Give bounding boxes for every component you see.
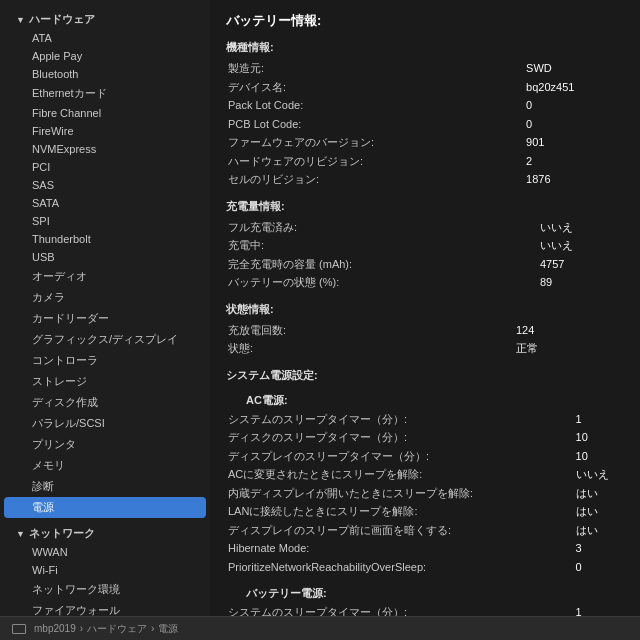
hardware-label: ハードウェア [29,12,95,27]
label: バッテリーの状態 (%): [226,273,538,292]
label: PrioritizeNetworkReachabilityOverSleep: [226,558,574,577]
ac-settings-table: システムのスリープタイマー（分）: 1 ディスクのスリープタイマー（分）: 10… [226,410,624,577]
sidebar-item-power[interactable]: 電源 [4,497,206,518]
label: PCB Lot Code: [226,115,524,134]
sidebar-item-firewire[interactable]: FireWire [0,122,210,140]
table-row: LANに接続したときにスリープを解除: はい [226,502,624,521]
hardware-chevron: ▼ [16,15,25,25]
table-row: バッテリーの状態 (%): 89 [226,273,624,292]
label: LANに接続したときにスリープを解除: [226,502,574,521]
table-row: ディスプレイのスリープ前に画面を暗くする: はい [226,521,624,540]
computer-icon [12,624,26,634]
main-container: ▼ ハードウェア ATA Apple Pay Bluetooth Etherne… [0,0,640,616]
sidebar-item-storage[interactable]: ストレージ [0,371,210,392]
table-row: セルのリビジョン: 1876 [226,170,624,189]
label: フル充電済み: [226,218,538,237]
breadcrumb-sep2: › [151,623,154,634]
table-row: ハードウェアのリビジョン: 2 [226,152,624,171]
sidebar-item-ata[interactable]: ATA [0,29,210,47]
table-row: フル充電済み: いいえ [226,218,624,237]
label: ディスプレイのスリープ前に画面を暗くする: [226,521,574,540]
label: ディスプレイのスリープタイマー（分）: [226,447,574,466]
network-section-header[interactable]: ▼ ネットワーク [0,522,210,543]
table-row: システムのスリープタイマー（分）: 1 [226,410,624,429]
table-row: Pack Lot Code: 0 [226,96,624,115]
value: 0 [524,96,624,115]
network-chevron: ▼ [16,529,25,539]
table-row: ACに変更されたときにスリープを解除: いいえ [226,465,624,484]
sidebar-item-disk[interactable]: ディスク作成 [0,392,210,413]
label: 内蔵ディスプレイが開いたときにスリープを解除: [226,484,574,503]
sidebar-item-bluetooth[interactable]: Bluetooth [0,65,210,83]
sidebar-item-memory[interactable]: メモリ [0,455,210,476]
sidebar-item-camera[interactable]: カメラ [0,287,210,308]
sidebar-item-network-env[interactable]: ネットワーク環境 [0,579,210,600]
table-row: Hibernate Mode: 3 [226,539,624,558]
sidebar-item-wwan[interactable]: WWAN [0,543,210,561]
table-row: PCB Lot Code: 0 [226,115,624,134]
sidebar-item-cardreader[interactable]: カードリーダー [0,308,210,329]
value: 0 [574,558,624,577]
label: 充電中: [226,236,538,255]
breadcrumb-section1: ハードウェア [87,622,147,636]
sidebar-item-fibre[interactable]: Fibre Channel [0,104,210,122]
machine-info-title: 機種情報: [226,40,624,55]
value: いいえ [538,236,624,255]
value: はい [574,521,624,540]
sidebar-item-firewall[interactable]: ファイアウォール [0,600,210,616]
charge-info-title: 充電量情報: [226,199,624,214]
sidebar-item-wifi[interactable]: Wi-Fi [0,561,210,579]
table-row: 完全充電時の容量 (mAh): 4757 [226,255,624,274]
sidebar-item-pci[interactable]: PCI [0,158,210,176]
charge-info-table: フル充電済み: いいえ 充電中: いいえ 完全充電時の容量 (mAh): 475… [226,218,624,292]
sidebar-item-spi[interactable]: SPI [0,212,210,230]
power-settings-title: システム電源設定: [226,368,624,383]
value: いいえ [538,218,624,237]
table-row: 状態: 正常 [226,339,624,358]
value: 1 [574,603,624,616]
label: Pack Lot Code: [226,96,524,115]
label: Hibernate Mode: [226,539,574,558]
breadcrumb-bar: mbp2019 › ハードウェア › 電源 [0,616,640,640]
table-row: デバイス名: bq20z451 [226,78,624,97]
sidebar-item-usb[interactable]: USB [0,248,210,266]
label: システムのスリープタイマー（分）: [226,410,574,429]
sidebar-item-applepay[interactable]: Apple Pay [0,47,210,65]
battery-power-section: バッテリー電源: システムのスリープタイマー（分）: 1 ディスクのスリープタイ… [226,586,624,616]
value: 901 [524,133,624,152]
value: はい [574,502,624,521]
value: 10 [574,447,624,466]
breadcrumb-sep1: › [80,623,83,634]
hardware-section-header[interactable]: ▼ ハードウェア [0,8,210,29]
table-row: 充電中: いいえ [226,236,624,255]
ac-label: AC電源: [226,393,624,408]
table-row: ディスプレイのスリープタイマー（分）: 10 [226,447,624,466]
status-info-table: 充放電回数: 124 状態: 正常 [226,321,624,358]
sidebar-item-printer[interactable]: プリンタ [0,434,210,455]
value: はい [574,484,624,503]
sidebar-item-audio[interactable]: オーディオ [0,266,210,287]
label: 充放電回数: [226,321,514,340]
table-row: 製造元: SWD [226,59,624,78]
sidebar-item-sata[interactable]: SATA [0,194,210,212]
sidebar-item-parallel[interactable]: パラレル/SCSI [0,413,210,434]
sidebar-item-sas[interactable]: SAS [0,176,210,194]
label: デバイス名: [226,78,524,97]
value: いいえ [574,465,624,484]
label: ディスクのスリープタイマー（分）: [226,428,574,447]
value: 1 [574,410,624,429]
breadcrumb-computer: mbp2019 [34,623,76,634]
battery-settings-table: システムのスリープタイマー（分）: 1 ディスクのスリープタイマー（分）: 10… [226,603,624,616]
value: 3 [574,539,624,558]
sidebar-item-controller[interactable]: コントローラ [0,350,210,371]
breadcrumb-section2: 電源 [158,622,178,636]
sidebar-item-thunderbolt[interactable]: Thunderbolt [0,230,210,248]
sidebar-item-nvmexpress[interactable]: NVMExpress [0,140,210,158]
sidebar-item-graphics[interactable]: グラフィックス/ディスプレイ [0,329,210,350]
page-title: バッテリー情報: [226,12,624,30]
table-row: 充放電回数: 124 [226,321,624,340]
label: ハードウェアのリビジョン: [226,152,524,171]
sidebar-item-ethernet[interactable]: Ethernetカード [0,83,210,104]
sidebar-item-diagnostics[interactable]: 診断 [0,476,210,497]
network-label: ネットワーク [29,526,95,541]
